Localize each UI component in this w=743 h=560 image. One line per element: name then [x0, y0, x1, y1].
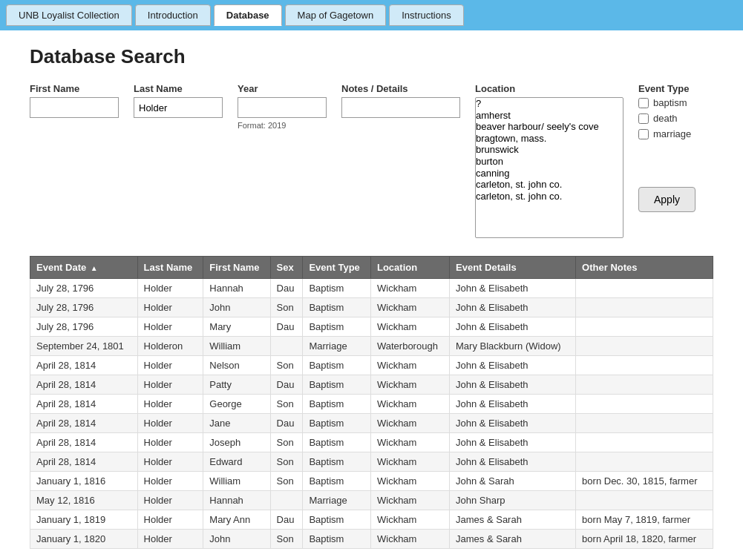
cell-other-notes [576, 491, 713, 510]
cell-sex [270, 491, 303, 510]
cell-sex: Son [270, 356, 303, 375]
tab-map[interactable]: Map of Gagetown [285, 4, 387, 26]
notes-group: Notes / Details [341, 83, 460, 118]
cell-event-details: John & Elisabeth [450, 375, 576, 395]
cell-event-details: John & Elisabeth [450, 433, 576, 452]
cell-sex: Dau [270, 375, 303, 395]
cell-sex: Dau [270, 414, 303, 433]
th-event-type: Event Type [303, 257, 371, 279]
cell-event-details: John Sharp [450, 491, 576, 510]
main-content: Database Search First Name Last Name Yea… [0, 30, 743, 560]
year-label: Year [238, 83, 327, 94]
cell-other-notes [576, 337, 713, 356]
table-row: January 1, 1820HolderJohnSonBaptismWickh… [30, 530, 713, 549]
cell-last-name: Holder [137, 279, 203, 298]
cell-event-details: John & Elisabeth [450, 452, 576, 472]
cell-location: Wickham [370, 530, 449, 549]
cell-other-notes: born April 18, 1820, farmer [576, 530, 713, 549]
cell-event-type: Baptism [303, 279, 371, 298]
cell-sex [270, 337, 303, 356]
page-title: Database Search [30, 45, 713, 68]
cell-event-date: January 1, 1816 [30, 472, 138, 491]
results-table: Event Date ▲ Last Name First Name Sex Ev… [30, 256, 713, 549]
cell-event-date: July 28, 1796 [30, 298, 138, 317]
cell-event-type: Baptism [303, 510, 371, 530]
cell-sex: Son [270, 530, 303, 549]
cell-first-name: George [203, 395, 270, 414]
cell-location: Wickham [370, 491, 449, 510]
year-input[interactable] [238, 97, 327, 118]
tab-instructions[interactable]: Instructions [389, 4, 463, 26]
cell-first-name: William [203, 337, 270, 356]
cell-event-type: Baptism [303, 375, 371, 395]
cell-event-details: John & Elisabeth [450, 298, 576, 317]
cell-first-name: William [203, 472, 270, 491]
table-body: July 28, 1796HolderHannahDauBaptismWickh… [30, 279, 713, 549]
cell-event-date: September 24, 1801 [30, 337, 138, 356]
sort-arrow-icon: ▲ [91, 264, 98, 272]
cell-last-name: Holder [137, 414, 203, 433]
search-form: First Name Last Name Year Format: 2019 N… [30, 83, 713, 238]
cell-sex: Dau [270, 510, 303, 530]
th-sex: Sex [270, 257, 303, 279]
th-location: Location [370, 257, 449, 279]
cell-other-notes: born May 7, 1819, farmer [576, 510, 713, 530]
cell-event-date: April 28, 1814 [30, 414, 138, 433]
cell-event-date: July 28, 1796 [30, 279, 138, 298]
cell-other-notes [576, 395, 713, 414]
notes-input[interactable] [341, 97, 460, 118]
tab-database[interactable]: Database [214, 4, 282, 26]
cell-last-name: Holder [137, 510, 203, 530]
last-name-input[interactable] [134, 97, 223, 118]
th-event-date: Event Date ▲ [30, 257, 138, 279]
cell-event-type: Baptism [303, 433, 371, 452]
checkbox-death[interactable] [638, 113, 649, 124]
th-event-details: Event Details [450, 257, 576, 279]
th-last-name: Last Name [137, 257, 203, 279]
cell-last-name: Holder [137, 375, 203, 395]
checkbox-marriage[interactable] [638, 129, 649, 139]
checkbox-baptism[interactable] [638, 98, 649, 108]
table-row: July 28, 1796HolderJohnSonBaptismWickham… [30, 298, 713, 317]
table-row: May 12, 1816HolderHannahMarriageWickhamJ… [30, 491, 713, 510]
year-group: Year Format: 2019 [238, 83, 327, 130]
cell-event-type: Baptism [303, 317, 371, 337]
cell-event-date: April 28, 1814 [30, 375, 138, 395]
cell-event-date: April 28, 1814 [30, 452, 138, 472]
cell-other-notes [576, 356, 713, 375]
apply-button[interactable]: Apply [638, 187, 695, 212]
checkbox-baptism-item: baptism [638, 97, 695, 108]
th-other-notes: Other Notes [576, 257, 713, 279]
cell-first-name: Hannah [203, 279, 270, 298]
tab-unb[interactable]: UNB Loyalist Collection [6, 4, 132, 26]
cell-location: Wickham [370, 317, 449, 337]
table-row: April 28, 1814HolderPattyDauBaptismWickh… [30, 375, 713, 395]
cell-event-date: April 28, 1814 [30, 356, 138, 375]
checkbox-death-item: death [638, 113, 695, 124]
tab-introduction[interactable]: Introduction [135, 4, 211, 26]
table-row: September 24, 1801HolderonWilliamMarriag… [30, 337, 713, 356]
cell-first-name: Hannah [203, 491, 270, 510]
cell-event-type: Baptism [303, 472, 371, 491]
location-group: Location ?amherstbeaver harbour/ seely's… [475, 83, 623, 238]
location-select[interactable]: ?amherstbeaver harbour/ seely's covebrag… [475, 97, 623, 238]
first-name-input[interactable] [30, 97, 119, 118]
cell-event-details: John & Sarah [450, 472, 576, 491]
table-row: April 28, 1814HolderEdwardSonBaptismWick… [30, 452, 713, 472]
cell-other-notes [576, 452, 713, 472]
year-format: Format: 2019 [238, 121, 327, 130]
cell-first-name: Nelson [203, 356, 270, 375]
first-name-label: First Name [30, 83, 119, 94]
cell-event-details: John & Elisabeth [450, 356, 576, 375]
cell-event-date: July 28, 1796 [30, 317, 138, 337]
cell-location: Wickham [370, 452, 449, 472]
cell-sex: Son [270, 298, 303, 317]
cell-last-name: Holderon [137, 337, 203, 356]
baptism-label: baptism [653, 97, 687, 108]
last-name-group: Last Name [134, 83, 223, 118]
cell-last-name: Holder [137, 356, 203, 375]
event-type-group: Event Type baptism death marriage Apply [638, 83, 695, 212]
cell-location: Wickham [370, 356, 449, 375]
cell-event-details: Mary Blackburn (Widow) [450, 337, 576, 356]
cell-sex: Son [270, 433, 303, 452]
